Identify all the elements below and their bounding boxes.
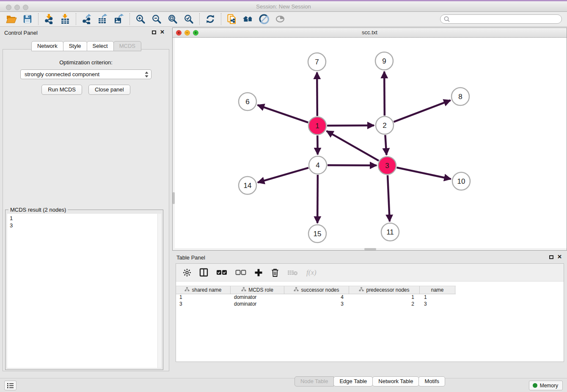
- network-horizontal-scrollbar[interactable]: [175, 248, 567, 250]
- export-image-icon[interactable]: [111, 13, 127, 25]
- zoom-selected-icon[interactable]: [181, 13, 197, 25]
- table-row[interactable]: 3dominator323: [176, 301, 564, 308]
- zoom-window-icon[interactable]: [23, 5, 28, 10]
- column-header-MCDS-role[interactable]: MCDS role: [231, 286, 284, 294]
- graph-edge-2-9[interactable]: [384, 72, 385, 116]
- horizontal-scroll-thumb[interactable]: [364, 248, 376, 250]
- float-panel-icon[interactable]: [152, 30, 156, 34]
- graph-node-10[interactable]: 10: [452, 172, 470, 190]
- tab-style[interactable]: Style: [63, 41, 87, 51]
- graph-node-9[interactable]: 9: [375, 52, 393, 70]
- graph-edge-3-1[interactable]: [327, 131, 379, 160]
- network-vertical-scrollbar[interactable]: [173, 38, 175, 250]
- result-scrollbar[interactable]: [157, 214, 161, 368]
- graph-edge-3-10[interactable]: [397, 168, 451, 179]
- close-panel-button[interactable]: Close panel: [88, 85, 130, 95]
- import-network-icon[interactable]: [41, 13, 57, 25]
- tab-network-table[interactable]: Network Table: [372, 376, 419, 386]
- table-row[interactable]: 1dominator411: [176, 294, 564, 301]
- tab-select[interactable]: Select: [87, 41, 114, 51]
- select-all-rows-icon[interactable]: [216, 270, 227, 276]
- run-mcds-button[interactable]: Run MCDS: [41, 85, 82, 95]
- column-settings-icon[interactable]: [183, 268, 191, 277]
- graph-node-15[interactable]: 15: [308, 225, 326, 243]
- network-window-title: scc.txt: [173, 28, 567, 37]
- table-cell[interactable]: dominator: [231, 301, 284, 308]
- graph-node-1[interactable]: 1: [308, 117, 326, 135]
- show-column-pane-icon[interactable]: [199, 268, 208, 277]
- table-cell[interactable]: 1: [420, 294, 455, 301]
- column-header-name[interactable]: name: [420, 286, 455, 294]
- graph-node-11[interactable]: 11: [381, 223, 399, 241]
- hide-graphics-details-icon[interactable]: [256, 13, 272, 25]
- column-header-shared-name[interactable]: shared name: [176, 286, 231, 294]
- graph-node-14[interactable]: 14: [239, 177, 256, 194]
- delete-column-icon[interactable]: [271, 268, 279, 277]
- tab-motifs[interactable]: Motifs: [418, 376, 445, 386]
- close-window-icon[interactable]: [6, 5, 11, 10]
- search-box[interactable]: [440, 14, 562, 24]
- table-cell[interactable]: 3: [420, 301, 455, 308]
- network-minimize-icon[interactable]: −: [184, 30, 190, 36]
- graph-node-4[interactable]: 4: [309, 156, 327, 174]
- graph-edge-3-11[interactable]: [388, 175, 390, 221]
- column-header-predecessor-nodes[interactable]: predecessor nodes: [349, 286, 420, 294]
- tab-node-table[interactable]: Node Table: [295, 376, 334, 386]
- close-table-panel-icon[interactable]: ✕: [557, 254, 562, 260]
- close-panel-icon[interactable]: ✕: [160, 29, 165, 35]
- title-bar[interactable]: Session: New Session: [0, 0, 567, 12]
- float-table-panel-icon[interactable]: [549, 255, 553, 259]
- graph-edge-1-7[interactable]: [317, 72, 317, 116]
- graph-edge-2-8[interactable]: [394, 100, 451, 122]
- graph-edge-1-6[interactable]: [258, 105, 308, 122]
- zoom-out-icon[interactable]: [149, 13, 165, 25]
- vertical-scroll-thumb[interactable]: [173, 192, 175, 204]
- graph-edge-4-3[interactable]: [328, 165, 377, 166]
- network-maximize-icon[interactable]: +: [193, 30, 198, 36]
- refresh-layout-icon[interactable]: [202, 13, 218, 25]
- fit-content-icon[interactable]: [165, 13, 181, 25]
- export-network-icon[interactable]: [79, 13, 95, 25]
- open-session-icon[interactable]: [3, 13, 19, 25]
- graph-node-2[interactable]: 2: [376, 116, 394, 134]
- table-cell[interactable]: 3: [284, 301, 349, 308]
- table-cell[interactable]: 3: [176, 301, 231, 308]
- graph-edge-4-15[interactable]: [317, 175, 318, 223]
- graph-node-7[interactable]: 7: [308, 53, 326, 71]
- graph-edge-4-14[interactable]: [258, 168, 308, 182]
- column-header-successor-nodes[interactable]: successor nodes: [284, 286, 349, 294]
- table-cell[interactable]: 1: [176, 294, 231, 301]
- task-history-button[interactable]: [4, 381, 17, 390]
- mcds-result-list[interactable]: 13: [7, 214, 161, 368]
- deselect-all-rows-icon[interactable]: [235, 270, 246, 276]
- table-cell[interactable]: dominator: [231, 294, 284, 301]
- graph-edge-1-2[interactable]: [327, 125, 374, 126]
- table-cell[interactable]: 2: [349, 301, 420, 308]
- network-canvas[interactable]: 7968124314101511: [173, 38, 567, 250]
- minimize-window-icon[interactable]: [14, 5, 20, 10]
- import-table-icon[interactable]: [57, 13, 73, 25]
- first-neighbors-icon[interactable]: [240, 13, 256, 25]
- graph-node-3[interactable]: 3: [378, 157, 396, 174]
- search-input[interactable]: [452, 16, 558, 22]
- zoom-in-icon[interactable]: [132, 13, 149, 25]
- graph-edge-2-3[interactable]: [385, 135, 386, 155]
- network-graph[interactable]: 7968124314101511: [173, 38, 567, 250]
- graph-node-8[interactable]: 8: [451, 88, 469, 105]
- table-cell[interactable]: 1: [349, 294, 420, 301]
- network-close-icon[interactable]: ×: [176, 30, 182, 36]
- tab-mcds[interactable]: MCDS: [113, 41, 141, 51]
- graph-node-6[interactable]: 6: [239, 93, 256, 110]
- table-cell[interactable]: 4: [284, 294, 349, 301]
- bird-eye-view-icon[interactable]: [272, 13, 288, 25]
- add-column-icon[interactable]: [254, 268, 263, 277]
- export-table-icon[interactable]: [95, 13, 111, 25]
- clone-network-icon[interactable]: [224, 13, 240, 25]
- save-session-icon[interactable]: [19, 13, 36, 25]
- network-window-titlebar[interactable]: × − + scc.txt: [173, 28, 567, 38]
- mcds-result-title: MCDS result (2 nodes): [8, 207, 68, 213]
- tab-network[interactable]: Network: [31, 41, 63, 51]
- tab-edge-table[interactable]: Edge Table: [333, 376, 373, 386]
- criterion-select[interactable]: strongly connected component: [20, 69, 151, 79]
- node-table-container: f(x) shared nameMCDS rolesuccessor nodes…: [176, 263, 564, 362]
